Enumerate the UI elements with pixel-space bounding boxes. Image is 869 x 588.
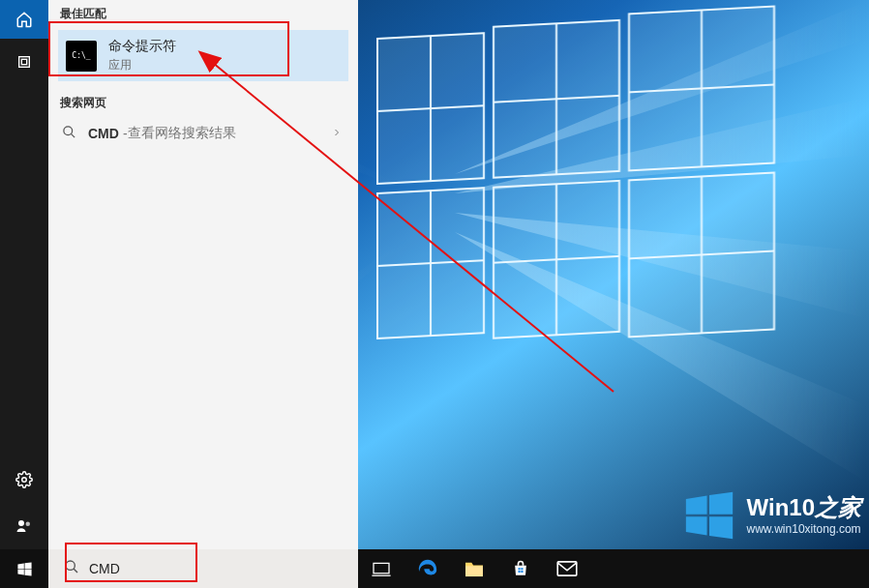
taskbar-pinned-apps xyxy=(358,549,590,588)
svg-marker-40 xyxy=(17,569,23,574)
watermark-logo-icon xyxy=(681,487,737,544)
file-explorer-icon[interactable] xyxy=(451,560,497,577)
svg-line-43 xyxy=(74,569,77,573)
taskbar xyxy=(0,549,869,588)
windows-start-icon xyxy=(16,561,33,577)
svg-rect-50 xyxy=(521,571,523,573)
svg-rect-47 xyxy=(519,568,521,570)
home-icon[interactable] xyxy=(0,0,48,39)
web-result-primary: CMD xyxy=(88,126,119,141)
store-icon[interactable] xyxy=(497,559,544,578)
edge-icon[interactable] xyxy=(405,558,451,579)
svg-rect-44 xyxy=(374,563,389,573)
feedback-icon[interactable] xyxy=(0,503,48,549)
watermark: Win10之家 www.win10xitong.com xyxy=(681,487,861,544)
svg-marker-34 xyxy=(685,495,706,514)
best-match-header: 最佳匹配 xyxy=(48,0,358,26)
svg-rect-49 xyxy=(519,571,521,573)
svg-marker-39 xyxy=(24,562,31,569)
search-icon xyxy=(62,125,76,142)
svg-rect-46 xyxy=(465,566,483,576)
svg-point-30 xyxy=(64,127,73,135)
svg-point-28 xyxy=(18,520,24,526)
settings-icon[interactable] xyxy=(0,456,48,503)
svg-marker-36 xyxy=(685,516,706,535)
mail-icon[interactable] xyxy=(544,561,590,576)
svg-rect-51 xyxy=(557,562,577,575)
svg-rect-25 xyxy=(19,57,30,68)
search-left-rail xyxy=(0,0,48,549)
start-button[interactable] xyxy=(0,549,48,588)
search-results-panel: 最佳匹配 C:\_ 命令提示符 应用 搜索网页 CMD - 查看网络搜索结果 xyxy=(48,0,358,549)
svg-point-42 xyxy=(66,561,75,570)
web-search-header: 搜索网页 xyxy=(48,89,358,115)
svg-rect-26 xyxy=(21,59,26,64)
watermark-title: Win10之家 xyxy=(747,495,861,520)
svg-line-31 xyxy=(71,133,75,137)
best-match-item-cmd[interactable]: C:\_ 命令提示符 应用 xyxy=(58,30,348,81)
svg-rect-48 xyxy=(521,568,523,570)
taskbar-search-box[interactable] xyxy=(48,549,358,588)
best-match-title: 命令提示符 xyxy=(108,38,176,55)
svg-marker-41 xyxy=(24,569,31,575)
svg-marker-35 xyxy=(709,492,733,514)
best-match-subtitle: 应用 xyxy=(108,57,176,74)
watermark-url: www.win10xitong.com xyxy=(747,523,861,536)
svg-marker-37 xyxy=(709,516,733,539)
chevron-right-icon xyxy=(331,126,343,141)
web-result-secondary: 查看网络搜索结果 xyxy=(128,125,236,142)
svg-marker-38 xyxy=(17,563,23,569)
search-input[interactable] xyxy=(89,561,358,576)
svg-point-29 xyxy=(26,522,31,527)
svg-point-27 xyxy=(22,478,27,483)
cmd-app-icon: C:\_ xyxy=(66,41,97,72)
web-result-item[interactable]: CMD - 查看网络搜索结果 xyxy=(48,115,358,152)
apps-filter-icon[interactable] xyxy=(0,39,48,85)
task-view-icon[interactable] xyxy=(358,561,405,576)
search-icon xyxy=(64,559,79,578)
